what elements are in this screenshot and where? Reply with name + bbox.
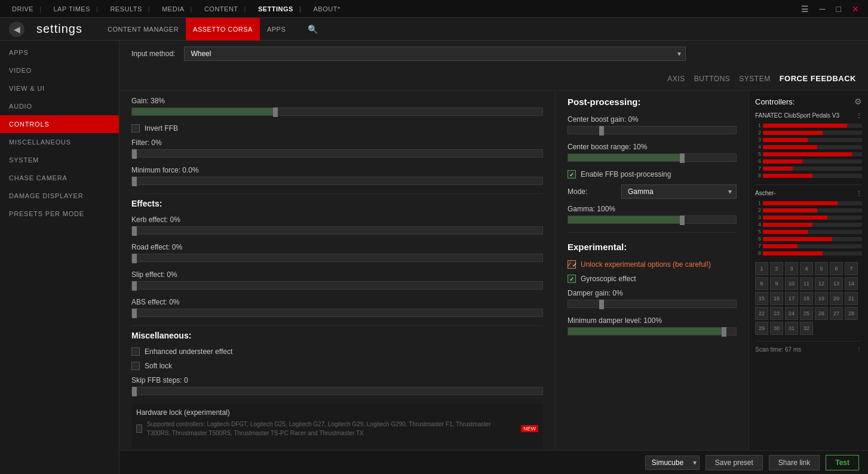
tab-content-manager[interactable]: CONTENT MANAGER [100,18,186,41]
damper-gain-handle[interactable] [599,300,604,309]
sidebar-item-damage-displayer[interactable]: DAMAGE DISPLAYER [0,187,119,205]
btn-12[interactable]: 12 [815,277,828,290]
filter-slider[interactable] [131,149,543,158]
close-button[interactable]: ✕ [849,3,862,15]
test-button[interactable]: Test [826,455,859,470]
btn-11[interactable]: 11 [800,277,813,290]
minimize-button[interactable]: ─ [817,3,829,15]
btn-25[interactable]: 25 [800,307,813,320]
sidebar-item-apps[interactable]: APPS [0,44,119,61]
btn-29[interactable]: 29 [755,322,768,335]
btn-6[interactable]: 6 [830,262,843,275]
btn-24[interactable]: 24 [785,307,798,320]
nav-laptimes[interactable]: LAP TIMES [47,5,104,13]
btn-26[interactable]: 26 [815,307,828,320]
search-icon[interactable]: 🔍 [308,24,318,34]
btn-17[interactable]: 17 [785,292,798,305]
gain-slider[interactable] [131,107,543,116]
minimum-force-slider[interactable] [131,177,543,185]
kerb-effect-handle[interactable] [132,226,137,236]
btn-10[interactable]: 10 [785,277,798,290]
btn-20[interactable]: 20 [830,292,843,305]
btn-3[interactable]: 3 [785,262,798,275]
btn-1[interactable]: 1 [755,262,768,275]
btn-28[interactable]: 28 [845,307,858,320]
sidebar-item-audio[interactable]: AUDIO [0,97,119,115]
btn-27[interactable]: 27 [830,307,843,320]
back-button[interactable]: ◀ [9,21,24,37]
center-boost-gain-slider[interactable] [568,126,737,134]
btn-7[interactable]: 7 [845,262,858,275]
btn-14[interactable]: 14 [845,277,858,290]
btn-30[interactable]: 30 [770,322,783,335]
btn-9[interactable]: 9 [770,277,783,290]
center-boost-range-slider[interactable] [568,153,737,162]
tab-assetto-corsa[interactable]: ASSETTO CORSA [186,18,260,41]
slip-effect-slider[interactable] [131,281,543,290]
minimum-damper-slider[interactable] [568,327,737,336]
sidebar-item-chase-camera[interactable]: CHASE CAMERA [0,169,119,187]
btn-31[interactable]: 31 [785,322,798,335]
maximize-button[interactable]: □ [833,3,844,15]
road-effect-slider[interactable] [131,254,543,262]
gear-icon[interactable]: ⚙ [854,97,862,106]
btn-32[interactable]: 32 [800,322,813,335]
hardware-lock-checkbox[interactable] [136,424,142,433]
minimum-damper-handle[interactable] [722,327,726,337]
center-boost-gain-handle[interactable] [599,126,604,136]
preset-select[interactable]: Simucube [645,455,700,470]
tab-axis[interactable]: AXIS [667,72,685,85]
btn-4[interactable]: 4 [800,262,813,275]
tab-system[interactable]: SYSTEM [739,72,770,85]
center-boost-range-handle[interactable] [680,153,685,163]
soft-lock-checkbox[interactable] [131,362,140,370]
damper-gain-slider[interactable] [568,300,737,308]
minimum-force-handle[interactable] [132,177,137,186]
skip-ffb-steps-slider[interactable] [131,387,543,395]
kerb-effect-slider[interactable] [131,226,543,235]
sidebar-item-view-ui[interactable]: VIEW & UI [0,79,119,97]
nav-content[interactable]: CONTENT [198,5,252,13]
mode-select[interactable]: Gamma [621,184,737,199]
gain-slider-handle[interactable] [273,107,278,117]
enhanced-understeer-checkbox[interactable] [131,347,140,356]
btn-18[interactable]: 18 [800,292,813,305]
tab-buttons[interactable]: BUTTONS [694,72,731,85]
nav-media[interactable]: MEDIA [156,5,198,13]
unlock-experimental-checkbox[interactable]: ✓ [568,260,576,269]
btn-2[interactable]: 2 [770,262,783,275]
btn-19[interactable]: 19 [815,292,828,305]
tab-apps[interactable]: APPS [260,18,293,41]
scan-time-more[interactable]: ⋮ [856,346,862,353]
sidebar-item-miscellaneous[interactable]: MISCELLANEOUS [0,133,119,151]
save-preset-button[interactable]: Save preset [706,455,763,470]
invert-ffb-checkbox[interactable] [131,124,140,133]
btn-23[interactable]: 23 [770,307,783,320]
sidebar-item-video[interactable]: VIDEO [0,61,119,79]
nav-drive[interactable]: DRIVE [6,5,47,13]
btn-22[interactable]: 22 [755,307,768,320]
input-method-select[interactable]: Wheel [184,47,686,61]
nav-results[interactable]: RESULTS [104,5,156,13]
btn-15[interactable]: 15 [755,292,768,305]
sidebar-item-system[interactable]: SYSTEM [0,151,119,169]
enable-ffb-checkbox[interactable] [568,170,576,178]
nav-about[interactable]: ABOUT* [308,5,346,13]
btn-8[interactable]: 8 [755,277,768,290]
filter-slider-handle[interactable] [132,149,137,159]
nav-settings[interactable]: SETTINGS [252,5,308,13]
sidebar-item-controls[interactable]: CONTROLS [0,115,119,133]
btn-13[interactable]: 13 [830,277,843,290]
btn-5[interactable]: 5 [815,262,828,275]
gamma-handle[interactable] [680,216,685,225]
sidebar-item-presets-per-mode[interactable]: PRESETS PER MODE [0,205,119,223]
road-effect-handle[interactable] [132,254,137,263]
tab-force-feedback[interactable]: FORCE FEEDBACK [780,72,856,85]
abs-effect-slider[interactable] [131,309,543,317]
slip-effect-handle[interactable] [132,281,137,291]
share-link-button[interactable]: Share link [769,455,820,470]
skip-ffb-steps-handle[interactable] [132,387,137,396]
gyroscopic-checkbox[interactable] [568,275,576,283]
btn-16[interactable]: 16 [770,292,783,305]
abs-effect-handle[interactable] [132,309,137,318]
